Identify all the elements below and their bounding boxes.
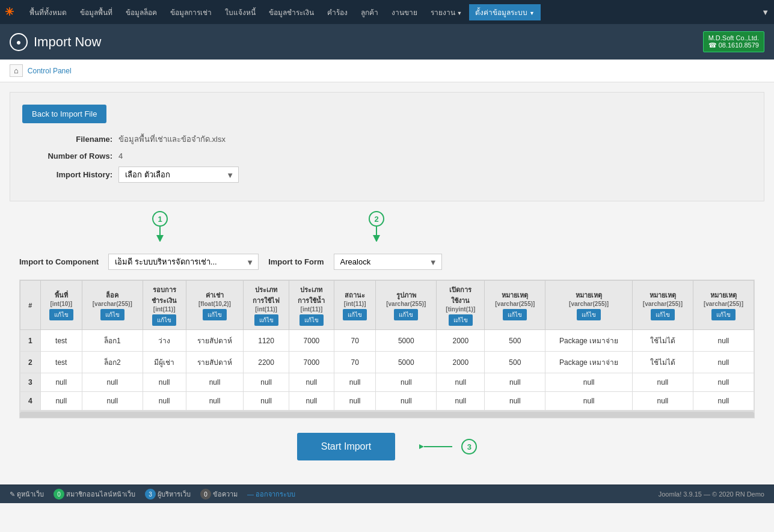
edit-btn-area[interactable]: แก้ไข: [49, 309, 73, 320]
page-title: Import Now: [34, 34, 101, 50]
nav-item-reports[interactable]: รายงาน: [425, 4, 468, 20]
edit-btn-enable[interactable]: แก้ไข: [449, 314, 473, 326]
nav-item-3[interactable]: ข้อมูลการเช่า: [164, 4, 218, 20]
cell: null: [545, 392, 633, 411]
cell: 70: [334, 352, 376, 373]
col-header-status: สถานะ [int(11)] แก้ไข: [334, 281, 376, 330]
edit-btn-lock[interactable]: แก้ไข: [100, 309, 124, 320]
online-badge: 0: [54, 489, 64, 500]
footer-logout[interactable]: — ออกจากระบบ: [247, 489, 295, 500]
row-num: 4: [20, 392, 41, 411]
col-header-note3: หมายเหตุ [varchar(255)] แก้ไข: [632, 281, 693, 330]
cell: 5000: [376, 330, 437, 352]
user-menu[interactable]: ▼: [761, 8, 769, 17]
nav-item-0[interactable]: พื้นที่ทั้งหมด: [23, 4, 73, 20]
edit-btn-image[interactable]: แก้ไข: [394, 309, 418, 320]
edit-btn-rent[interactable]: แก้ไข: [203, 309, 227, 320]
footer-online-members: 0 สมาชิกออนไลน์หน้าเว็บ: [54, 489, 135, 500]
form-select-wrapper: Arealock ▼: [334, 254, 442, 270]
form-select[interactable]: Arealock: [334, 254, 442, 270]
nav-item-6[interactable]: คำร้อง: [321, 4, 354, 20]
company-name: M.D.Soft Co.,Ltd.: [708, 34, 759, 41]
row-num: 2: [20, 352, 41, 373]
cell: null: [693, 330, 754, 352]
cell: null: [437, 373, 485, 392]
history-select-wrapper: เลือก ตัวเลือก ▼: [118, 167, 239, 183]
edit-btn-note1[interactable]: แก้ไข: [503, 309, 527, 320]
navbar-right: ▼: [761, 8, 769, 17]
nav-item-8[interactable]: งานขาย: [385, 4, 423, 20]
footer-view-site[interactable]: ✎ ดูหน้าเว็บ: [10, 489, 44, 500]
edit-btn-note3[interactable]: แก้ไข: [651, 309, 675, 320]
table-row: 1 test ล็อก1 ว่าง รายสัปดาห์ 1120 7000 7…: [20, 330, 754, 352]
cell: ล็อก1: [82, 330, 143, 352]
breadcrumb: ⌂ Control Panel: [0, 60, 774, 82]
nav-item-4[interactable]: ใบแจ้งหนี้: [219, 4, 262, 20]
cell: รายสัปดาห์: [186, 352, 244, 373]
edit-btn-water[interactable]: แก้ไข: [299, 314, 324, 326]
cell: Package เหมาจ่าย: [545, 352, 633, 373]
cell: 500: [485, 352, 545, 373]
col-header-area: พื้นที่ [int(10)] แก้ไข: [40, 281, 82, 330]
start-import-button[interactable]: Start Import: [297, 433, 396, 460]
cell: test: [40, 330, 82, 352]
history-select[interactable]: เลือก ตัวเลือก: [118, 167, 239, 183]
edit-btn-note4[interactable]: แก้ไข: [711, 309, 736, 320]
footer-online-label: สมาชิกออนไลน์หน้าเว็บ: [66, 489, 135, 500]
start-import-area: Start Import 3: [10, 418, 764, 475]
back-to-import-button[interactable]: Back to Import File: [22, 105, 106, 123]
header-title-group: ● Import Now: [10, 33, 101, 51]
footer-right: Joomla! 3.9.15 — © 2020 RN Demo: [659, 491, 764, 498]
cell: null: [376, 373, 437, 392]
admin-badge: 3: [145, 489, 156, 500]
control-panel-link[interactable]: Control Panel: [28, 67, 72, 75]
col-header-note4: หมายเหตุ [varchar(255)] แก้ไข: [693, 281, 754, 330]
cell: ใช้ไม่ได้: [632, 330, 693, 352]
col-header-rent: ค่าเช่า [float(10,2)] แก้ไข: [186, 281, 244, 330]
col-header-note1: หมายเหตุ [varchar(255)] แก้ไข: [485, 281, 545, 330]
footer-view-label: ดูหน้าเว็บ: [17, 489, 44, 500]
nav-item-2[interactable]: ข้อมูลล็อค: [120, 4, 163, 20]
import-controls: Import to Component เอ็มดี ระบบบริหารจัด…: [10, 254, 764, 270]
cell: 5000: [376, 352, 437, 373]
col-header-note2: หมายเหตุ [varchar(255)] แก้ไข: [545, 281, 633, 330]
cell: null: [186, 392, 244, 411]
nav-menu: พื้นที่ทั้งหมด ข้อมูลพื้นที่ ข้อมูลล็อค …: [23, 4, 761, 20]
cell: null: [289, 392, 334, 411]
edit-btn-note2[interactable]: แก้ไข: [577, 309, 601, 320]
cell: null: [82, 373, 143, 392]
nav-item-5[interactable]: ข้อมูลชำระเงิน: [263, 4, 320, 20]
filename-label: Filename:: [22, 135, 118, 144]
component-label: Import to Component: [19, 257, 99, 266]
cell: 1120: [244, 330, 289, 352]
filename-value: ข้อมูลพื้นที่เช่าและข้อจำกัด.xlsx: [118, 133, 226, 145]
edit-btn-elec[interactable]: แก้ไข: [254, 314, 278, 326]
cell: Package เหมาจ่าย: [545, 330, 633, 352]
arrow-2-icon: [364, 227, 389, 242]
form-label: Import to Form: [268, 257, 324, 266]
info-panel: Back to Import File Filename: ข้อมูลพื้น…: [10, 92, 764, 201]
import-table-wrapper: # พื้นที่ [int(10)] แก้ไข ล็อค [varchar(…: [19, 280, 755, 411]
table-row: 4 null null null null null null null nul…: [20, 392, 754, 411]
history-label: Import History:: [22, 170, 118, 179]
nav-item-1[interactable]: ข้อมูลพื้นที่: [74, 4, 118, 20]
cell: 7000: [289, 330, 334, 352]
row-num: 3: [20, 373, 41, 392]
horizontal-scrollbar[interactable]: [19, 411, 755, 418]
message-badge: 0: [200, 489, 211, 500]
import-controls-container: 1 2 Import to Component เอ็มดี ระบบบริหา…: [10, 211, 764, 270]
col-header-image: รูปภาพ [varchar(255)] แก้ไข: [376, 281, 437, 330]
cell: ว่าง: [143, 330, 186, 352]
component-select[interactable]: เอ็มดี ระบบบริหารจัดการเช่า...: [108, 254, 259, 270]
edit-btn-cycle[interactable]: แก้ไข: [152, 314, 176, 326]
cell: null: [545, 373, 633, 392]
company-badge: M.D.Soft Co.,Ltd. ☎ 08.1610.8579: [703, 31, 764, 52]
home-button[interactable]: ⌂: [10, 64, 23, 77]
nav-item-7[interactable]: ลูกค้า: [355, 4, 384, 20]
filename-row: Filename: ข้อมูลพื้นที่เช่าและข้อจำกัด.x…: [22, 133, 752, 145]
cell: null: [693, 373, 754, 392]
nav-item-settings[interactable]: ตั้งค่าข้อมูลระบบ: [469, 4, 540, 20]
cell: ใช้ไม่ได้: [632, 352, 693, 373]
edit-btn-status[interactable]: แก้ไข: [343, 309, 367, 320]
cell: null: [244, 373, 289, 392]
